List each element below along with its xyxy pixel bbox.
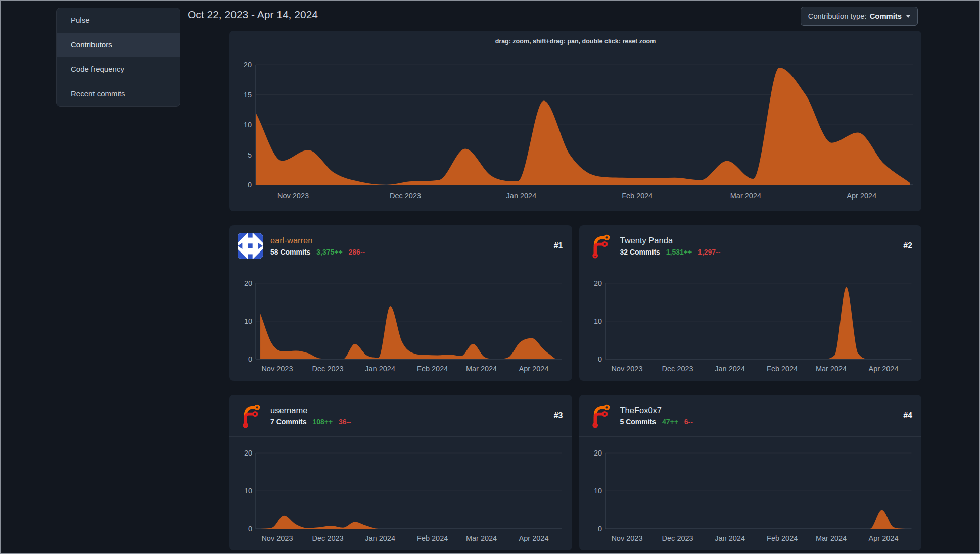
svg-text:Nov 2023: Nov 2023 [277, 192, 309, 200]
svg-text:Jan 2024: Jan 2024 [365, 534, 395, 542]
contributor-avatar [587, 403, 613, 428]
contributor-card-header: TheFox0x7 5 Commits 47++ 6-- #4 [579, 395, 922, 437]
svg-text:Apr 2024: Apr 2024 [519, 365, 549, 373]
svg-text:15: 15 [244, 91, 252, 99]
svg-text:Feb 2024: Feb 2024 [622, 192, 652, 200]
svg-text:Apr 2024: Apr 2024 [847, 192, 876, 200]
contributor-avatar [587, 233, 613, 259]
contributor-card-3: username 7 Commits 108++ 36-- #3 01020No… [229, 395, 572, 550]
sidebar-item-pulse[interactable]: Pulse [57, 8, 180, 33]
contributor-card-header: Twenty Panda 32 Commits 1,531++ 1,297-- … [579, 225, 922, 267]
contributor-card-header: username 7 Commits 108++ 36-- #3 [229, 395, 572, 437]
svg-text:Feb 2024: Feb 2024 [417, 365, 448, 373]
sidebar-item-recent-commits[interactable]: Recent commits [57, 82, 180, 107]
rank-badge: #2 [903, 241, 912, 250]
contributor-stats: 32 Commits 1,531++ 1,297-- [620, 248, 904, 256]
sidebar-item-contributors[interactable]: Contributors [57, 33, 180, 58]
svg-text:Mar 2024: Mar 2024 [730, 192, 761, 200]
svg-text:Dec 2023: Dec 2023 [312, 365, 344, 373]
svg-text:20: 20 [244, 449, 252, 457]
svg-text:0: 0 [248, 181, 252, 189]
additions-count: 1,531++ [666, 248, 692, 256]
svg-text:Nov 2023: Nov 2023 [261, 365, 293, 373]
svg-text:5: 5 [248, 151, 252, 159]
svg-text:Dec 2023: Dec 2023 [662, 365, 693, 373]
forgejo-logo-icon [587, 233, 613, 259]
contributor-name: username [270, 406, 554, 415]
additions-count: 108++ [312, 418, 333, 426]
svg-text:0: 0 [597, 355, 601, 363]
forgejo-logo-icon [587, 403, 613, 428]
svg-text:20: 20 [244, 61, 252, 69]
svg-text:Feb 2024: Feb 2024 [417, 534, 448, 542]
activity-sidebar-menu: Pulse Contributors Code frequency Recent… [56, 8, 180, 107]
contributor-chart[interactable]: 01020Nov 2023Dec 2023Jan 2024Feb 2024Mar… [229, 437, 572, 550]
contributor-stats: 5 Commits 47++ 6-- [620, 418, 904, 426]
deletions-count: 6-- [684, 418, 693, 426]
svg-text:20: 20 [593, 279, 601, 287]
commit-count: 32 Commits [620, 248, 660, 256]
svg-text:20: 20 [244, 279, 252, 287]
contributor-stats: 58 Commits 3,375++ 286-- [270, 248, 554, 256]
contributor-name[interactable]: earl-warren [270, 236, 554, 245]
overall-contributions-chart[interactable]: 05101520Nov 2023Dec 2023Jan 2024Feb 2024… [229, 31, 921, 211]
svg-text:Feb 2024: Feb 2024 [767, 365, 798, 373]
svg-text:Nov 2023: Nov 2023 [611, 365, 642, 373]
contributor-chart[interactable]: 01020Nov 2023Dec 2023Jan 2024Feb 2024Mar… [579, 267, 922, 381]
svg-text:Jan 2024: Jan 2024 [365, 365, 395, 373]
svg-text:10: 10 [593, 317, 601, 325]
rank-badge: #3 [554, 411, 563, 420]
svg-text:Apr 2024: Apr 2024 [868, 365, 898, 373]
svg-text:20: 20 [593, 449, 601, 457]
svg-text:Dec 2023: Dec 2023 [390, 192, 421, 200]
svg-text:10: 10 [244, 487, 252, 495]
contributor-card-4: TheFox0x7 5 Commits 47++ 6-- #4 01020Nov… [579, 395, 922, 550]
blue-identicon-icon [238, 233, 263, 259]
contributor-card-header: earl-warren 58 Commits 3,375++ 286-- #1 [229, 225, 572, 267]
svg-text:Jan 2024: Jan 2024 [715, 365, 745, 373]
chevron-down-icon [906, 15, 910, 18]
svg-text:Apr 2024: Apr 2024 [519, 534, 549, 542]
svg-text:Apr 2024: Apr 2024 [868, 534, 898, 542]
svg-text:Dec 2023: Dec 2023 [662, 534, 693, 542]
svg-text:10: 10 [244, 121, 252, 129]
contributor-card-2: Twenty Panda 32 Commits 1,531++ 1,297-- … [579, 225, 922, 381]
svg-text:Mar 2024: Mar 2024 [466, 365, 497, 373]
svg-text:Mar 2024: Mar 2024 [466, 534, 497, 542]
contributor-name: TheFox0x7 [620, 406, 904, 415]
svg-text:Mar 2024: Mar 2024 [815, 534, 846, 542]
forgejo-logo-icon [238, 403, 263, 428]
svg-text:0: 0 [248, 525, 252, 533]
contributor-chart[interactable]: 01020Nov 2023Dec 2023Jan 2024Feb 2024Mar… [229, 267, 572, 381]
contributors-activity-page: Pulse Contributors Code frequency Recent… [0, 0, 980, 554]
rank-badge: #4 [903, 411, 912, 420]
svg-text:Jan 2024: Jan 2024 [506, 192, 537, 200]
contributor-cards-grid: earl-warren 58 Commits 3,375++ 286-- #1 … [229, 225, 921, 550]
deletions-count: 286-- [349, 248, 365, 256]
sidebar-item-code-frequency[interactable]: Code frequency [57, 57, 180, 82]
rank-badge: #1 [554, 241, 563, 250]
svg-text:Dec 2023: Dec 2023 [312, 534, 344, 542]
commit-count: 7 Commits [270, 418, 307, 426]
svg-text:Mar 2024: Mar 2024 [815, 365, 846, 373]
contributor-card-1: earl-warren 58 Commits 3,375++ 286-- #1 … [229, 225, 572, 381]
svg-text:Jan 2024: Jan 2024 [715, 534, 745, 542]
svg-text:0: 0 [248, 355, 252, 363]
contributor-stats: 7 Commits 108++ 36-- [270, 418, 554, 426]
svg-text:Nov 2023: Nov 2023 [261, 534, 293, 542]
svg-text:Feb 2024: Feb 2024 [767, 534, 798, 542]
deletions-count: 1,297-- [698, 248, 720, 256]
contributor-avatar [238, 403, 263, 428]
date-range-title: Oct 22, 2023 - Apr 14, 2024 [188, 9, 318, 21]
additions-count: 3,375++ [316, 248, 342, 256]
additions-count: 47++ [662, 418, 678, 426]
contribution-type-label: Contribution type: [808, 12, 867, 20]
contributor-avatar [238, 233, 263, 259]
deletions-count: 36-- [339, 418, 351, 426]
contributor-chart[interactable]: 01020Nov 2023Dec 2023Jan 2024Feb 2024Mar… [579, 437, 922, 550]
contribution-type-dropdown[interactable]: Contribution type: Commits [801, 7, 918, 26]
svg-text:10: 10 [244, 317, 252, 325]
overall-contributions-panel: drag: zoom, shift+drag: pan, double clic… [229, 31, 921, 211]
contribution-type-value: Commits [870, 12, 902, 20]
svg-text:0: 0 [597, 525, 601, 533]
